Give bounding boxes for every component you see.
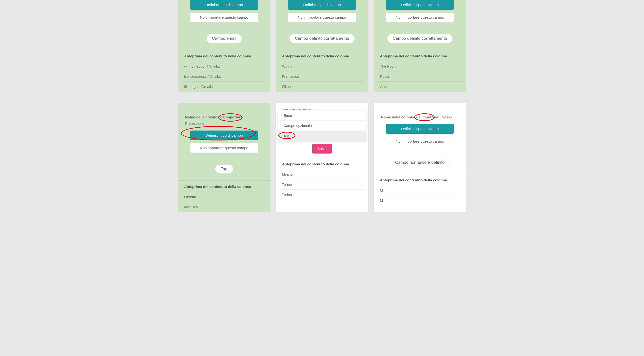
preview-item: filippagatti@mail.it bbox=[182, 82, 266, 91]
define-field-button[interactable]: Definisci tipo di campo bbox=[386, 0, 454, 10]
dropdown-option-email[interactable]: - Email bbox=[278, 110, 366, 120]
column-import-label: Nome della colonna da importare: bbox=[381, 115, 440, 120]
column-name-value: Professione bbox=[185, 121, 204, 126]
preview-header: Anteprima del contenuto della colonna bbox=[378, 50, 462, 61]
define-field-button[interactable]: Definisci tipo di campo bbox=[190, 0, 258, 10]
preview-block: Anteprima del contenuto della colonna Or… bbox=[178, 180, 270, 212]
dropdown-option-campo-opzionale[interactable]: - Campo opzionale bbox=[278, 120, 366, 130]
field-type-dropdown[interactable]: - Email - Campo opzionale - Tag bbox=[278, 110, 366, 141]
column-import-label: Nome della colonna da importare: bbox=[185, 115, 244, 120]
preview-header: Anteprima del contenuto della colonna bbox=[280, 158, 364, 169]
dont-import-button[interactable]: Non importare questo campo bbox=[288, 12, 356, 22]
preview-header: Anteprima del contenuto della colonna bbox=[280, 50, 364, 61]
define-field-button[interactable]: Definisci tipo di campo bbox=[190, 130, 258, 140]
field-status-badge: Tag bbox=[215, 164, 233, 174]
field-status-badge: Campo definito correttamente bbox=[289, 34, 355, 43]
define-field-button[interactable]: Definisci tipo di campo bbox=[288, 0, 356, 10]
preview-item: The Pooh bbox=[378, 61, 462, 71]
preview-item: Torino bbox=[280, 179, 364, 190]
column-label-row: Nome della colonna da importare: Profess… bbox=[185, 115, 263, 126]
preview-item: Torino bbox=[280, 190, 364, 200]
preview-header: Anteprima del contenuto della colonna bbox=[378, 174, 462, 185]
preview-item: Orsetto bbox=[182, 192, 266, 202]
field-status-badge: Campo email bbox=[206, 34, 242, 43]
preview-item: Francesco bbox=[280, 71, 364, 82]
preview-header: Anteprima del contenuto della colonna bbox=[182, 50, 266, 61]
preview-block: Anteprima del contenuto della colonna M … bbox=[374, 174, 466, 205]
field-card-dropdown: Scegli il tipo di campo - Email - Campo … bbox=[276, 103, 368, 212]
field-card-email: Definisci tipo di campo Non importare qu… bbox=[178, 0, 270, 91]
preview-item: Winny bbox=[280, 61, 364, 71]
preview-block: Anteprima del contenuto della colonna wi… bbox=[178, 50, 270, 91]
preview-item: Rossi bbox=[378, 71, 462, 82]
field-status-badge: Campo definito correttamente bbox=[387, 34, 452, 43]
preview-item: M bbox=[378, 195, 462, 205]
preview-block: Anteprima del contenuto della colonna Mi… bbox=[276, 158, 368, 200]
field-card-professione: Nome della colonna da importare: Profess… bbox=[178, 103, 270, 212]
dont-import-button[interactable]: Non importare questo campo bbox=[190, 12, 258, 22]
preview-item: M bbox=[378, 185, 462, 195]
save-button[interactable]: Salva bbox=[312, 144, 332, 154]
field-card-sesso: Nome della colonna da importare: Sesso D… bbox=[374, 103, 466, 212]
field-card-firstname: Definisci tipo di campo Non importare qu… bbox=[276, 0, 368, 91]
field-card-lastname: Definisci tipo di campo Non importare qu… bbox=[374, 0, 466, 91]
dont-import-button[interactable]: Non importare questo campo bbox=[190, 143, 258, 153]
preview-item: Gatti bbox=[378, 82, 462, 91]
dont-import-button[interactable]: Non importare questo campo bbox=[386, 137, 454, 146]
dont-import-button[interactable]: Non importare questo campo bbox=[386, 12, 454, 22]
preview-block: Anteprima del contenuto della colonna Th… bbox=[374, 50, 466, 91]
preview-item: winnythepooh@mail.it bbox=[182, 61, 266, 71]
dropdown-option-tag[interactable]: - Tag bbox=[278, 130, 366, 141]
column-name-value: Sesso bbox=[442, 115, 452, 120]
column-label-row: Nome della colonna da importare: Sesso bbox=[381, 115, 459, 120]
preview-item: Milano bbox=[280, 169, 364, 179]
define-field-button[interactable]: Definisci tipo di campo bbox=[386, 124, 454, 134]
preview-item: francescorossi@mail.it bbox=[182, 71, 266, 82]
preview-item: Idraulico bbox=[182, 202, 266, 212]
preview-item: Filippa bbox=[280, 82, 364, 91]
preview-header: Anteprima del contenuto della colonna bbox=[182, 181, 266, 192]
preview-block: Anteprima del contenuto della colonna Wi… bbox=[276, 50, 368, 91]
field-status-badge: Campo non ancora definito bbox=[390, 158, 450, 167]
